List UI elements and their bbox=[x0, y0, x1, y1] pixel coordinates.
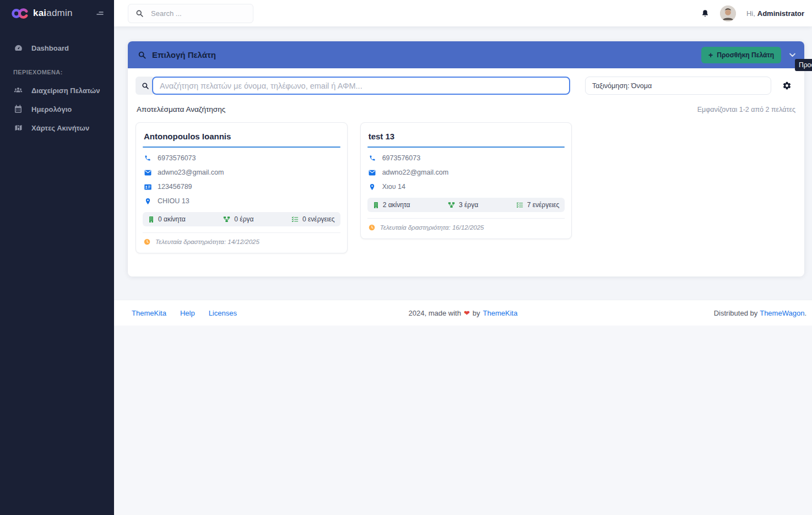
envelope-icon bbox=[369, 170, 376, 176]
logo[interactable]: kaiadmin bbox=[12, 8, 73, 19]
panel-title-group: Επιλογή Πελάτη bbox=[138, 50, 216, 59]
sidebar-section-label: ΠΕΡΙΕΧΟΜΕΝΑ: bbox=[0, 58, 114, 81]
footer: ThemeKita Help Licenses 2024, made with … bbox=[114, 300, 812, 326]
map-marker-icon bbox=[369, 183, 376, 191]
settings-gear-icon[interactable] bbox=[782, 81, 792, 90]
projects-stat: 0 έργα bbox=[223, 215, 253, 223]
client-address-row: CHIOU 13 bbox=[144, 197, 339, 205]
sidebar-item-customers[interactable]: Διαχείριση Πελατών bbox=[0, 81, 114, 100]
sidebar-item-dashboard[interactable]: Dashboard bbox=[0, 39, 114, 58]
envelope-icon bbox=[144, 170, 151, 176]
add-client-tooltip: Προσ bbox=[795, 59, 812, 71]
users-icon bbox=[13, 86, 23, 95]
project-diagram-icon bbox=[448, 202, 455, 208]
client-email: adwno23@gmail.com bbox=[158, 169, 224, 176]
sidebar-logo-header: kaiadmin bbox=[0, 0, 114, 26]
footer-link-themekita[interactable]: ThemeKita bbox=[132, 309, 166, 317]
properties-stat-value: 2 ακίνητα bbox=[383, 201, 410, 209]
last-activity-row: Τελευταία δραστηριότητα: 14/12/2025 bbox=[143, 232, 340, 246]
greeting-text: Hi, bbox=[746, 9, 755, 18]
client-card[interactable]: Antonopoulos Ioannis 6973576073 bbox=[136, 122, 348, 253]
sidebar: kaiadmin Dashboard ΠΕΡΙΕΧΟΜΕΝΑ: Διαχείρι… bbox=[0, 0, 114, 515]
footer-link-help[interactable]: Help bbox=[180, 309, 195, 317]
client-phone: 6973576073 bbox=[158, 154, 196, 162]
id-card-icon bbox=[144, 184, 151, 190]
client-cards-grid: Antonopoulos Ioannis 6973576073 bbox=[136, 122, 797, 253]
footer-credit-prefix: 2024, made with bbox=[409, 309, 461, 317]
last-activity-text: Τελευταία δραστηριότητα: 16/12/2025 bbox=[380, 224, 484, 231]
sidebar-item-label: Χάρτες Ακινήτων bbox=[31, 124, 89, 132]
sort-select[interactable]: Ταξινόμηση: Όνομα bbox=[585, 77, 771, 95]
footer-credit-link[interactable]: ThemeKita bbox=[483, 309, 518, 317]
sidebar-toggle-icon[interactable] bbox=[95, 9, 105, 18]
search-icon bbox=[142, 82, 149, 90]
phone-icon bbox=[144, 155, 151, 161]
username-text: Administrator bbox=[757, 9, 804, 18]
client-address: Χιου 14 bbox=[382, 183, 405, 191]
client-address: CHIOU 13 bbox=[158, 197, 190, 205]
client-card[interactable]: test 13 6973576073 bbox=[360, 122, 572, 239]
client-stats: 0 ακίνητα 0 έργα bbox=[143, 212, 340, 226]
actions-stat: 7 ενέργειες bbox=[516, 201, 560, 209]
chevron-down-icon[interactable] bbox=[788, 51, 797, 59]
footer-links: ThemeKita Help Licenses bbox=[132, 309, 237, 317]
global-search-input[interactable] bbox=[151, 9, 246, 18]
calendar-icon bbox=[13, 105, 23, 113]
client-details: 6973576073 adwno22@gmail.com bbox=[367, 148, 565, 191]
sort-select-value: Ταξινόμηση: Όνομα bbox=[592, 82, 652, 90]
client-taxid: 123456789 bbox=[158, 183, 192, 191]
last-activity-row: Τελευταία δραστηριότητα: 16/12/2025 bbox=[367, 218, 565, 232]
footer-distribution: Distributed by ThemeWagon . bbox=[714, 309, 806, 317]
plus-icon: + bbox=[708, 51, 713, 59]
footer-distribution-link[interactable]: ThemeWagon bbox=[760, 309, 804, 317]
sidebar-item-label: Ημερολόγιο bbox=[31, 105, 72, 113]
client-email: adwno22@gmail.com bbox=[382, 169, 448, 176]
map-icon bbox=[13, 123, 23, 132]
add-client-button-label: Προσθήκη Πελάτη bbox=[717, 51, 774, 59]
building-icon bbox=[148, 216, 154, 223]
gauge-icon bbox=[13, 44, 23, 53]
client-taxid-row: 123456789 bbox=[144, 183, 339, 191]
main-column: Hi, Administrator Επιλογή Πελάτη + Προσθ… bbox=[114, 0, 812, 515]
footer-credit-middle: by bbox=[473, 309, 480, 317]
user-avatar[interactable] bbox=[720, 6, 736, 21]
notifications-bell-icon[interactable] bbox=[701, 9, 710, 18]
footer-distribution-suffix: . bbox=[804, 309, 806, 317]
panel-body: Ταξινόμηση: Όνομα Αποτελέσματα Αναζήτηση… bbox=[128, 68, 804, 277]
heart-icon: ❤ bbox=[464, 309, 470, 317]
footer-distribution-prefix: Distributed by bbox=[714, 309, 757, 317]
client-phone-row: 6973576073 bbox=[144, 154, 339, 162]
navbar-right: Hi, Administrator bbox=[701, 6, 804, 21]
client-search-input[interactable] bbox=[152, 77, 570, 95]
footer-link-licenses[interactable]: Licenses bbox=[209, 309, 237, 317]
client-email-row: adwno22@gmail.com bbox=[369, 169, 564, 176]
building-icon bbox=[373, 202, 379, 209]
kaiadmin-logo-icon bbox=[12, 8, 29, 19]
client-stats: 2 ακίνητα 3 έργα bbox=[367, 198, 565, 212]
list-check-icon bbox=[291, 216, 299, 223]
user-menu[interactable]: Hi, Administrator bbox=[746, 9, 804, 18]
list-check-icon bbox=[516, 202, 523, 208]
sidebar-item-calendar[interactable]: Ημερολόγιο bbox=[0, 100, 114, 118]
global-search bbox=[128, 4, 253, 23]
results-label: Αποτελέσματα Αναζήτησης bbox=[137, 105, 225, 113]
actions-stat-value: 0 ενέργειες bbox=[302, 215, 335, 223]
panel-header: Επιλογή Πελάτη + Προσθήκη Πελάτη bbox=[128, 41, 804, 68]
project-diagram-icon bbox=[223, 216, 230, 223]
projects-stat-value: 0 έργα bbox=[234, 215, 253, 223]
panel-title: Επιλογή Πελάτη bbox=[152, 50, 216, 59]
actions-stat: 0 ενέργειες bbox=[291, 215, 335, 223]
logo-text: kaiadmin bbox=[33, 8, 73, 19]
results-row: Αποτελέσματα Αναζήτησης Εμφανίζονται 1-2… bbox=[136, 105, 797, 113]
add-client-button[interactable]: + Προσθήκη Πελάτη bbox=[701, 47, 781, 63]
client-phone-row: 6973576073 bbox=[369, 154, 564, 162]
clock-icon bbox=[144, 238, 150, 245]
projects-stat: 3 έργα bbox=[448, 201, 478, 209]
search-icon bbox=[136, 9, 144, 18]
page-content: Επιλογή Πελάτη + Προσθήκη Πελάτη bbox=[114, 26, 812, 300]
sidebar-item-property-maps[interactable]: Χάρτες Ακινήτων bbox=[0, 118, 114, 137]
footer-credit: 2024, made with ❤ by ThemeKita bbox=[409, 309, 518, 317]
client-email-row: adwno23@gmail.com bbox=[144, 169, 339, 176]
properties-stat: 0 ακίνητα bbox=[148, 215, 186, 223]
sidebar-item-label: Dashboard bbox=[31, 44, 69, 52]
